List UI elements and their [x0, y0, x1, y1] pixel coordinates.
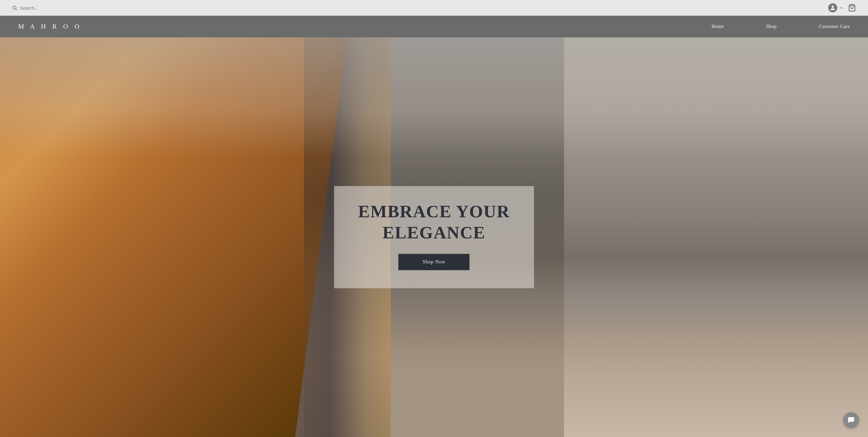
hero-section: EMBRACE YOUR ELEGANCE Shop Now: [0, 37, 868, 437]
shop-now-button[interactable]: Shop Now: [398, 254, 469, 270]
sky-overlay: [0, 37, 868, 157]
account-icon: [828, 3, 837, 12]
navbar: M A H R O O Home Shop Customer Care: [0, 16, 868, 37]
search-input[interactable]: [20, 5, 80, 10]
nav-customer-care[interactable]: Customer Care: [819, 24, 850, 29]
search-area[interactable]: [12, 5, 80, 10]
chat-icon: [847, 416, 855, 424]
top-bar: [0, 0, 868, 16]
user-icon: [830, 5, 835, 10]
hero-headline: EMBRACE YOUR ELEGANCE: [358, 201, 510, 243]
hero-text-overlay: EMBRACE YOUR ELEGANCE Shop Now: [334, 186, 534, 288]
nav-home[interactable]: Home: [712, 24, 724, 29]
chevron-down-icon: [839, 6, 843, 10]
top-bar-right: [828, 3, 856, 12]
nav-shop[interactable]: Shop: [766, 24, 777, 29]
svg-point-0: [13, 6, 16, 9]
account-button[interactable]: [828, 3, 843, 12]
search-icon: [12, 5, 18, 10]
nav-links: Home Shop Customer Care: [712, 24, 850, 29]
brand-logo[interactable]: M A H R O O: [18, 23, 82, 30]
chat-bubble[interactable]: [843, 412, 859, 428]
cart-icon[interactable]: [848, 4, 856, 12]
svg-line-1: [16, 9, 17, 10]
